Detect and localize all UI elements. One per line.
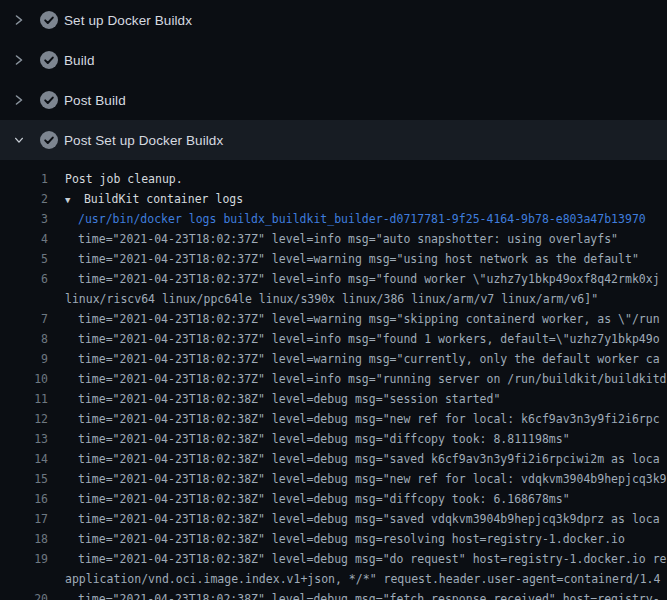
log-line: 17 time="2021-04-23T18:02:38Z" level=deb… xyxy=(0,509,667,529)
log-line: 10 time="2021-04-23T18:02:37Z" level=inf… xyxy=(0,369,667,389)
log-output-panel: 1 Post job cleanup. 2 ▼ BuildKit contain… xyxy=(0,160,667,600)
log-line-number[interactable]: 9 xyxy=(0,349,48,369)
log-line-text: /usr/bin/docker logs buildx_buildkit_bui… xyxy=(48,209,667,229)
log-line-text: time="2021-04-23T18:02:38Z" level=debug … xyxy=(48,549,667,569)
log-line-text: Post job cleanup. xyxy=(48,169,667,189)
log-line-number[interactable]: 1 xyxy=(0,169,48,189)
log-line-number[interactable]: 14 xyxy=(0,449,48,469)
log-line-number[interactable]: 12 xyxy=(0,409,48,429)
log-line-number[interactable]: 6 xyxy=(0,269,48,289)
chevron-right-icon xyxy=(14,92,24,108)
log-line: 13 time="2021-04-23T18:02:38Z" level=deb… xyxy=(0,429,667,449)
log-line: 5 time="2021-04-23T18:02:37Z" level=warn… xyxy=(0,249,667,269)
step-label: Build xyxy=(64,53,95,68)
log-line-text: time="2021-04-23T18:02:38Z" level=debug … xyxy=(48,389,667,409)
step-row-build[interactable]: Build xyxy=(0,40,667,80)
log-line-text: time="2021-04-23T18:02:37Z" level=info m… xyxy=(48,269,667,289)
step-row-post-set-up-docker-buildx[interactable]: Post Set up Docker Buildx xyxy=(0,120,667,160)
log-line-text: time="2021-04-23T18:02:38Z" level=debug … xyxy=(48,429,667,449)
log-line: 18 time="2021-04-23T18:02:38Z" level=deb… xyxy=(0,529,667,549)
log-line-number[interactable]: 19 xyxy=(0,549,48,569)
log-line-text: time="2021-04-23T18:02:38Z" level=debug … xyxy=(48,409,667,429)
log-line: 8 time="2021-04-23T18:02:37Z" level=info… xyxy=(0,329,667,349)
log-line: 6 time="2021-04-23T18:02:37Z" level=info… xyxy=(0,269,667,289)
log-line: 2 ▼ BuildKit container logs xyxy=(0,189,667,209)
log-line-number[interactable]: 5 xyxy=(0,249,48,269)
step-row-set-up-docker-buildx[interactable]: Set up Docker Buildx xyxy=(0,0,667,40)
log-line-text: time="2021-04-23T18:02:38Z" level=debug … xyxy=(48,449,667,469)
log-line-text: time="2021-04-23T18:02:38Z" level=debug … xyxy=(48,589,667,600)
check-circle-icon xyxy=(40,51,58,69)
log-line: 1 Post job cleanup. xyxy=(0,169,667,189)
log-line-text: time="2021-04-23T18:02:37Z" level=info m… xyxy=(48,329,667,349)
log-line: 7 time="2021-04-23T18:02:37Z" level=warn… xyxy=(0,309,667,329)
log-line: 14 time="2021-04-23T18:02:38Z" level=deb… xyxy=(0,449,667,469)
log-line-number[interactable]: 20 xyxy=(0,589,48,600)
log-line-number[interactable]: 3 xyxy=(0,209,48,229)
group-label[interactable]: BuildKit container logs xyxy=(77,192,243,206)
log-line-number[interactable]: 15 xyxy=(0,469,48,489)
log-line-text: time="2021-04-23T18:02:37Z" level=info m… xyxy=(48,229,667,249)
step-label: Set up Docker Buildx xyxy=(64,13,192,28)
log-line: 15 time="2021-04-23T18:02:38Z" level=deb… xyxy=(0,469,667,489)
log-line: 4 time="2021-04-23T18:02:37Z" level=info… xyxy=(0,229,667,249)
step-label: Post Build xyxy=(64,93,126,108)
log-line: application/vnd.oci.image.index.v1+json,… xyxy=(0,569,667,589)
log-line: 11 time="2021-04-23T18:02:38Z" level=deb… xyxy=(0,389,667,409)
log-line-number[interactable]: 10 xyxy=(0,369,48,389)
log-line: linux/riscv64 linux/ppc64le linux/s390x … xyxy=(0,289,667,309)
log-line-number[interactable]: 17 xyxy=(0,509,48,529)
log-line-text: time="2021-04-23T18:02:38Z" level=debug … xyxy=(48,529,667,549)
step-label: Post Set up Docker Buildx xyxy=(64,133,223,148)
check-circle-icon xyxy=(40,91,58,109)
log-line-number[interactable]: 16 xyxy=(0,489,48,509)
log-line: 9 time="2021-04-23T18:02:37Z" level=warn… xyxy=(0,349,667,369)
steps-list: Set up Docker Buildx Build Post Build xyxy=(0,0,667,160)
log-line-number[interactable]: 8 xyxy=(0,329,48,349)
log-line-text: application/vnd.oci.image.index.v1+json,… xyxy=(48,569,667,589)
log-line-number[interactable]: 13 xyxy=(0,429,48,449)
log-line-text: time="2021-04-23T18:02:37Z" level=info m… xyxy=(48,369,667,389)
log-line-number[interactable]: 18 xyxy=(0,529,48,549)
chevron-down-icon xyxy=(14,132,24,148)
step-row-post-build[interactable]: Post Build xyxy=(0,80,667,120)
log-line-number xyxy=(0,569,48,589)
check-circle-icon xyxy=(40,11,58,29)
log-line: 20 time="2021-04-23T18:02:38Z" level=deb… xyxy=(0,589,667,600)
log-line-number[interactable]: 2 xyxy=(0,189,48,209)
log-line: 3 /usr/bin/docker logs buildx_buildkit_b… xyxy=(0,209,667,229)
log-line: 12 time="2021-04-23T18:02:38Z" level=deb… xyxy=(0,409,667,429)
log-line-number[interactable]: 11 xyxy=(0,389,48,409)
log-line-text: time="2021-04-23T18:02:37Z" level=warnin… xyxy=(48,309,667,329)
log-line-text: time="2021-04-23T18:02:38Z" level=debug … xyxy=(48,469,667,489)
log-line-number[interactable]: 7 xyxy=(0,309,48,329)
log-line-text: ▼ BuildKit container logs xyxy=(48,189,667,209)
log-line-text: time="2021-04-23T18:02:38Z" level=debug … xyxy=(48,489,667,509)
log-line: 16 time="2021-04-23T18:02:38Z" level=deb… xyxy=(0,489,667,509)
group-toggle-icon[interactable]: ▼ xyxy=(65,190,77,209)
log-line-text: linux/riscv64 linux/ppc64le linux/s390x … xyxy=(48,289,667,309)
log-line: 19 time="2021-04-23T18:02:38Z" level=deb… xyxy=(0,549,667,569)
log-line-text: time="2021-04-23T18:02:38Z" level=debug … xyxy=(48,509,667,529)
log-line-number[interactable]: 4 xyxy=(0,229,48,249)
workflow-log-viewer: Set up Docker Buildx Build Post Build xyxy=(0,0,667,600)
check-circle-icon xyxy=(40,131,58,149)
log-line-number xyxy=(0,289,48,309)
log-line-text: time="2021-04-23T18:02:37Z" level=warnin… xyxy=(48,249,667,269)
chevron-right-icon xyxy=(14,52,24,68)
log-line-text: time="2021-04-23T18:02:37Z" level=warnin… xyxy=(48,349,667,369)
chevron-right-icon xyxy=(14,12,24,28)
